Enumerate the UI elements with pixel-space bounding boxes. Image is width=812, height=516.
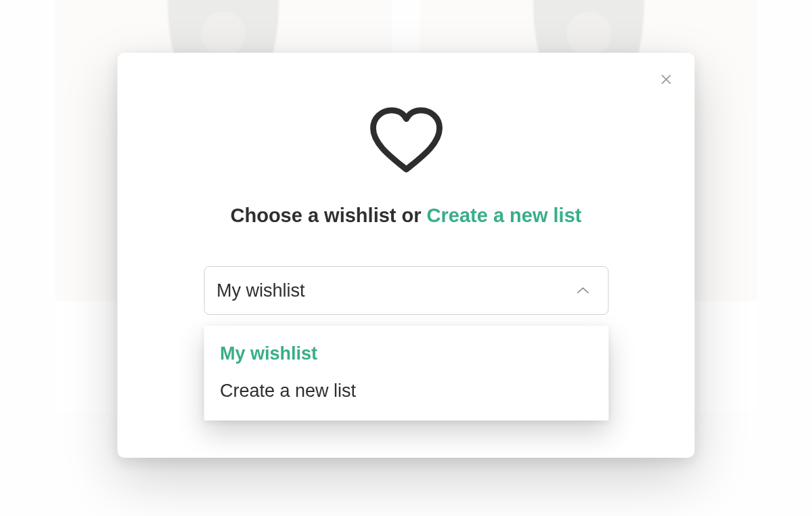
wishlist-select-wrapper: My wishlist My wishlist Create a new lis… (204, 266, 608, 315)
modal-title-prefix: Choose a wishlist or (231, 205, 427, 226)
close-icon (659, 71, 674, 86)
choose-wishlist-modal: Choose a wishlist or Create a new list M… (118, 53, 695, 458)
create-new-list-link[interactable]: Create a new list (427, 205, 582, 226)
chevron-up-icon (575, 286, 590, 295)
wishlist-dropdown-panel: My wishlist Create a new list (204, 326, 608, 421)
wishlist-select-value: My wishlist (217, 280, 305, 301)
modal-title: Choose a wishlist or Create a new list (142, 205, 671, 227)
heart-icon (142, 106, 671, 176)
close-button[interactable] (656, 68, 677, 89)
wishlist-option-create-new[interactable]: Create a new list (204, 372, 608, 410)
wishlist-select[interactable]: My wishlist (204, 266, 608, 315)
wishlist-option-my-wishlist[interactable]: My wishlist (204, 335, 608, 372)
